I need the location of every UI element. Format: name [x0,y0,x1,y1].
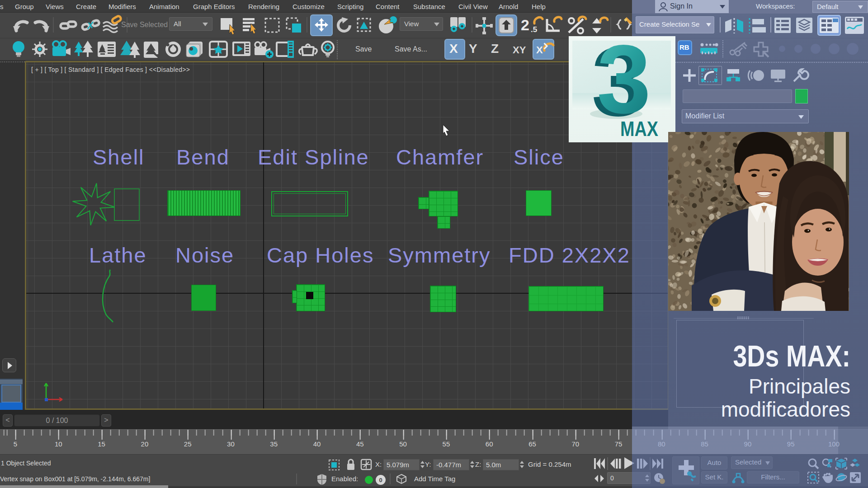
svg-text:0: 0 [379,477,382,483]
svg-text:MAX: MAX [620,117,658,141]
